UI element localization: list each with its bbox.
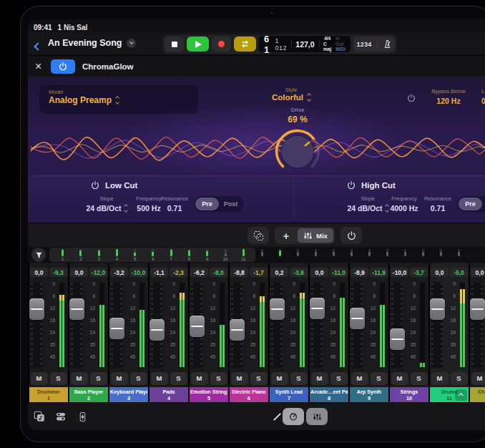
peak-value[interactable]: -8,0 <box>210 268 227 277</box>
mute-button[interactable]: M <box>271 372 288 385</box>
peak-value[interactable]: -1,7 <box>250 268 268 277</box>
overview-track[interactable]: 9 <box>198 248 216 262</box>
count-in-button[interactable]: 1234 <box>356 41 371 48</box>
back-button[interactable] <box>35 39 44 48</box>
drive-knob[interactable] <box>275 127 320 175</box>
fader-handle[interactable] <box>430 298 445 320</box>
peak-value[interactable]: -12,0 <box>89 268 107 277</box>
peak-value[interactable]: -10,0 <box>129 268 147 277</box>
solo-button[interactable]: S <box>90 372 107 385</box>
overview-track[interactable]: 1 <box>54 248 72 262</box>
volume-value[interactable]: -6,2 <box>190 268 208 277</box>
level-control[interactable]: Level 0.0 <box>481 88 485 105</box>
track-tile[interactable]: Synth Lead7 <box>270 387 308 402</box>
fader-handle[interactable] <box>390 328 405 350</box>
track-tile[interactable]: Drummer1 <box>29 387 68 402</box>
mute-button[interactable]: M <box>431 372 449 385</box>
mute-button[interactable]: M <box>351 372 368 385</box>
solo-button[interactable]: S <box>130 372 147 385</box>
lcd-display[interactable]: 6 1 1 012 127,0 4/4 C maj In Out MIDI <box>259 36 351 52</box>
volume-value[interactable]: 0,0 <box>310 268 328 277</box>
mute-button[interactable]: M <box>151 372 168 385</box>
collapse-mixer-button[interactable] <box>455 389 467 401</box>
volume-value[interactable]: 0,0 <box>431 268 449 277</box>
pre-button[interactable]: Pre <box>195 198 219 210</box>
overview-visible-range[interactable]: 1234567891011 <box>49 248 255 262</box>
overview-track[interactable]: 6 <box>144 248 162 262</box>
mix-view-button[interactable]: Mix <box>298 228 333 243</box>
loop-browser-button[interactable] <box>31 408 48 425</box>
volume-value[interactable]: -8,9 <box>351 268 368 277</box>
post-button[interactable]: Post <box>482 198 485 210</box>
solo-button[interactable]: S <box>250 372 268 385</box>
volume-value[interactable]: 0,0 <box>471 268 485 277</box>
solo-button[interactable]: S <box>50 372 67 385</box>
mixer-power-button[interactable] <box>341 227 362 244</box>
track-tile[interactable]: Bass Player2 <box>69 387 108 402</box>
bypass-below-control[interactable]: Bypass Below 120 Hz <box>420 88 477 105</box>
solo-button[interactable]: S <box>170 372 187 385</box>
track-tile[interactable]: Chorus V12 <box>470 387 485 402</box>
low-cut-slope[interactable]: Slope 24 dB/Oct <box>85 195 128 213</box>
mute-button[interactable]: M <box>471 372 485 385</box>
stepper-icon[interactable] <box>308 94 310 101</box>
overview-track[interactable]: 7 <box>162 248 180 262</box>
track-tile[interactable]: Electric Piano6 <box>230 387 268 402</box>
solo-button[interactable]: S <box>371 372 388 385</box>
overview-track[interactable]: 2 <box>72 248 89 262</box>
track-tile[interactable]: Emotion Strings5 <box>190 387 228 402</box>
peak-value[interactable]: -11,9 <box>370 268 388 277</box>
close-plugin-button[interactable]: × <box>35 59 41 74</box>
add-track-button[interactable]: + <box>276 228 296 243</box>
solo-button[interactable]: S <box>411 372 428 385</box>
fader-handle[interactable] <box>69 298 84 320</box>
peak-value[interactable]: -3,9 <box>290 268 308 277</box>
mute-button[interactable]: M <box>31 372 48 385</box>
overview-track[interactable]: 8 <box>180 248 198 262</box>
fader-handle[interactable] <box>190 316 205 337</box>
model-selector[interactable]: Model Analog Preamp <box>39 85 198 114</box>
solo-button[interactable]: S <box>290 372 308 385</box>
volume-value[interactable]: -8,8 <box>230 268 248 277</box>
volume-value[interactable]: 0,0 <box>30 268 48 277</box>
plugin-power-button[interactable] <box>51 59 75 74</box>
volume-value[interactable]: 0,0 <box>70 268 88 277</box>
mute-button[interactable]: M <box>391 372 408 385</box>
track-tile[interactable]: Arp Synth9 <box>350 387 388 402</box>
fader-handle[interactable] <box>29 298 44 320</box>
low-cut-resonance[interactable]: Resonance 0.71 <box>155 195 194 213</box>
track-tile[interactable]: Arcade…eet Pad8 <box>310 387 348 402</box>
fader-handle[interactable] <box>350 308 365 329</box>
volume-value[interactable]: -3,2 <box>110 268 128 277</box>
peak-value[interactable]: -3,7 <box>410 268 428 277</box>
filter-button[interactable] <box>31 248 46 262</box>
volume-value[interactable]: 0,2 <box>270 268 288 277</box>
overview-track[interactable]: 4 <box>108 248 126 262</box>
sliders-view-button[interactable] <box>306 408 328 425</box>
fader-handle[interactable] <box>470 298 485 320</box>
volume-value[interactable]: -10,0 <box>391 268 408 277</box>
fader-handle[interactable] <box>230 319 245 341</box>
fader-handle[interactable] <box>310 298 325 319</box>
mute-button[interactable]: M <box>191 372 208 385</box>
track-tile[interactable]: Strings10 <box>390 387 428 402</box>
peak-value[interactable]: -5,0 <box>450 268 468 277</box>
song-title-menu[interactable]: An Evening Song <box>48 38 136 48</box>
fader-panel-button[interactable] <box>74 408 91 425</box>
mute-button[interactable]: M <box>311 372 328 385</box>
stepper-icon[interactable] <box>124 205 127 212</box>
cycle-button[interactable] <box>234 36 256 52</box>
stop-button[interactable] <box>165 36 184 52</box>
knob-view-button[interactable] <box>283 408 304 425</box>
fader-handle[interactable] <box>270 298 285 320</box>
solo-button[interactable]: S <box>210 372 227 385</box>
high-cut-slope[interactable]: Slope 24 dB/Oct <box>346 195 389 213</box>
record-button[interactable] <box>212 36 231 52</box>
peak-value[interactable]: -11,0 <box>330 268 348 277</box>
volume-value[interactable]: -1,1 <box>150 268 168 277</box>
style-selector[interactable]: Style Colorful <box>258 87 324 102</box>
browser-button[interactable] <box>52 408 69 425</box>
mute-button[interactable]: M <box>231 372 248 385</box>
overview-track[interactable]: 5 <box>126 248 144 262</box>
duplicate-button[interactable] <box>248 227 269 244</box>
